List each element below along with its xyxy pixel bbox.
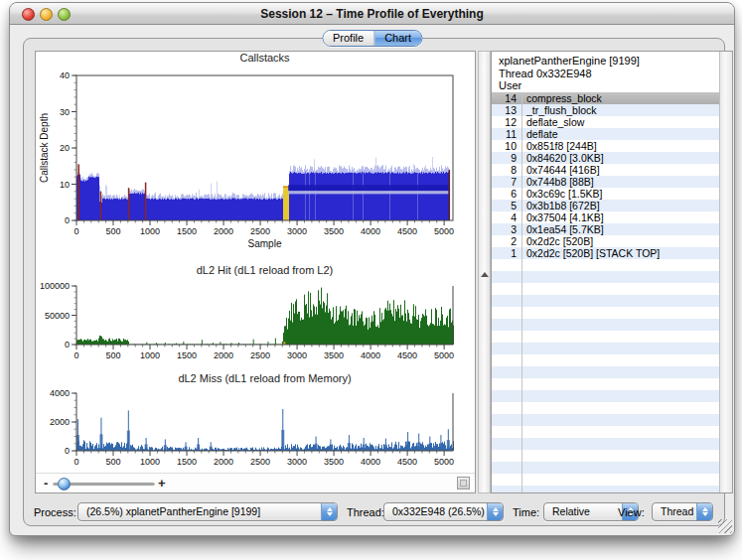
zoom-slider-track[interactable] — [53, 483, 155, 486]
view-popup-value: Thread — [661, 505, 693, 517]
svg-text:0: 0 — [74, 350, 78, 360]
window-title: Session 12 – Time Profile of Everything — [79, 3, 665, 25]
svg-text:Callstack Depth: Callstack Depth — [39, 113, 50, 183]
svg-text:1000: 1000 — [140, 226, 160, 236]
callstack-row[interactable]: 70x744b8 [88B] — [492, 176, 719, 188]
callstacks-chart[interactable]: 0102030400500100015002000250030003500400… — [36, 52, 475, 252]
empty-rows — [492, 259, 719, 492]
svg-text:1000: 1000 — [140, 350, 160, 360]
resize-grip[interactable] — [718, 519, 732, 533]
tab-chart[interactable]: Chart — [373, 31, 421, 46]
popup-stepper-icon — [487, 503, 503, 520]
titlebar[interactable]: Session 12 – Time Profile of Everything — [10, 3, 734, 25]
row-symbol: 0x3c69c [1.5KB] — [521, 188, 602, 200]
svg-text:4500: 4500 — [397, 457, 417, 465]
tab-profile[interactable]: Profile — [323, 31, 373, 46]
svg-text:5000: 5000 — [434, 226, 454, 236]
svg-text:4500: 4500 — [397, 226, 417, 236]
svg-text:3000: 3000 — [287, 226, 307, 236]
svg-text:4000: 4000 — [361, 350, 380, 360]
svg-text:3500: 3500 — [324, 350, 344, 360]
svg-text:1500: 1500 — [177, 226, 197, 236]
svg-text:2500: 2500 — [250, 457, 270, 465]
dl2-miss-chart[interactable]: 0200040000500100015002000250030003500400… — [36, 361, 475, 465]
row-symbol: _tr_flush_block — [521, 104, 597, 116]
zoom-button[interactable] — [58, 8, 71, 21]
callstack-row[interactable]: 13_tr_flush_block — [492, 104, 719, 116]
callstack-row[interactable]: 14compress_block — [492, 92, 719, 104]
thread-popup-value: 0x332E948 (26.5%) — [392, 505, 485, 517]
callstack-row[interactable]: 90x84620 [3.0KB] — [492, 152, 719, 164]
row-depth: 7 — [492, 176, 521, 188]
svg-text:1500: 1500 — [177, 457, 197, 465]
callstack-row[interactable]: 30x1ea54 [5.7KB] — [492, 223, 719, 235]
svg-text:1000: 1000 — [140, 457, 160, 465]
svg-text:10: 10 — [60, 180, 70, 190]
svg-text:Sample: Sample — [248, 238, 282, 249]
popup-stepper-icon — [696, 503, 712, 520]
callstack-row[interactable]: 80x74644 [416B] — [492, 164, 719, 176]
zoom-out-label[interactable]: - — [44, 476, 48, 491]
view-popup[interactable]: Thread — [652, 502, 713, 521]
zoom-slider-thumb[interactable] — [58, 478, 71, 490]
time-label: Time: — [513, 506, 539, 518]
mode-line: User — [499, 79, 719, 92]
thread-popup[interactable]: 0x332E948 (26.5%) — [383, 502, 504, 521]
callstack-row[interactable]: 10x2d2c [520B] [STACK TOP] — [492, 247, 719, 259]
svg-text:20: 20 — [60, 143, 70, 153]
svg-text:4000: 4000 — [361, 226, 380, 236]
svg-text:40: 40 — [60, 70, 70, 80]
close-button[interactable] — [22, 8, 35, 21]
row-depth: 2 — [492, 235, 521, 247]
row-depth: 13 — [492, 104, 521, 116]
svg-text:100000: 100000 — [40, 281, 70, 291]
time-popup-value: Relative — [552, 505, 590, 517]
row-depth: 11 — [492, 128, 521, 140]
svg-text:5000: 5000 — [434, 350, 454, 360]
desktop: Session 12 – Time Profile of Everything … — [0, 0, 742, 560]
svg-text:2000: 2000 — [214, 226, 233, 236]
svg-text:0: 0 — [74, 226, 78, 236]
row-symbol: deflate — [521, 128, 558, 140]
splitter-handle-icon — [481, 272, 489, 277]
callstack-header: xplanetPantherEngine [9199] Thread 0x332… — [492, 52, 719, 96]
callstack-scrollbar[interactable] — [719, 52, 732, 492]
zoom-in-label[interactable]: + — [158, 476, 166, 491]
svg-text:30: 30 — [60, 107, 70, 117]
popup-stepper-icon — [321, 503, 337, 520]
dl2-hit-chart[interactable]: 0500001000000500100015002000250030003500… — [36, 252, 475, 361]
charts-panel: 0102030400500100015002000250030003500400… — [35, 51, 476, 493]
row-symbol: 0x3b1b8 [672B] — [521, 200, 600, 211]
callstack-row[interactable]: 12deflate_slow — [492, 116, 719, 128]
row-symbol: 0x1ea54 [5.7KB] — [521, 223, 604, 235]
svg-text:dL2 Hit (dL1 reload from L2): dL2 Hit (dL1 reload from L2) — [197, 264, 334, 276]
process-popup[interactable]: (26.5%) xplanetPantherEngine [9199] — [77, 502, 338, 521]
svg-text:3500: 3500 — [324, 457, 344, 465]
row-depth: 6 — [492, 188, 521, 200]
process-label: Process: — [34, 506, 76, 518]
callstack-row[interactable]: 50x3b1b8 [672B] — [492, 200, 719, 211]
svg-text:4500: 4500 — [397, 350, 417, 360]
svg-text:Callstacks: Callstacks — [239, 52, 290, 64]
svg-text:4000: 4000 — [50, 388, 70, 398]
scrollbar-corner — [457, 477, 470, 490]
callstack-row[interactable]: 100x851f8 [244B] — [492, 140, 719, 152]
minimize-button[interactable] — [40, 8, 53, 21]
zoom-slider-bar: - + — [36, 473, 475, 492]
row-depth: 5 — [492, 200, 521, 211]
callstack-row[interactable]: 20x2d2c [520B] — [492, 235, 719, 247]
callstack-list: 14compress_block13_tr_flush_block12defla… — [492, 92, 719, 492]
svg-text:0: 0 — [65, 340, 70, 350]
row-depth: 3 — [492, 223, 521, 235]
row-symbol: 0x37504 [4.1KB] — [521, 211, 604, 223]
callstack-row[interactable]: 40x37504 [4.1KB] — [492, 211, 719, 223]
svg-text:2500: 2500 — [250, 350, 270, 360]
svg-text:0: 0 — [74, 457, 78, 465]
pane-splitter[interactable] — [478, 51, 491, 493]
svg-text:3500: 3500 — [324, 226, 344, 236]
row-symbol: 0x2d2c [520B] [STACK TOP] — [521, 247, 660, 259]
tab-content: 0102030400500100015002000250030003500400… — [23, 38, 725, 526]
svg-text:500: 500 — [105, 457, 120, 465]
callstack-row[interactable]: 60x3c69c [1.5KB] — [492, 188, 719, 200]
callstack-row[interactable]: 11deflate — [492, 128, 719, 140]
